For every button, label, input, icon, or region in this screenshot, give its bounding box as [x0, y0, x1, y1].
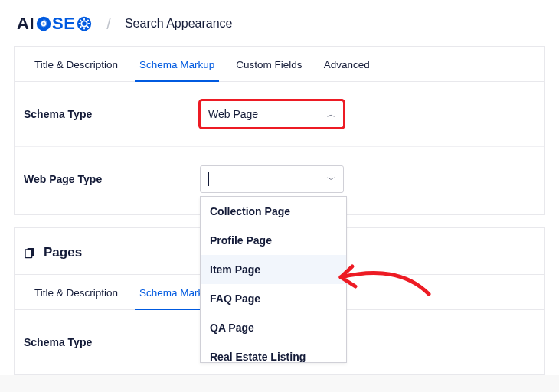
select-value: Web Page — [208, 108, 258, 120]
tabs-top: Title & Description Schema Markup Custom… — [15, 47, 544, 82]
tab-custom-fields[interactable]: Custom Fields — [225, 47, 312, 81]
svg-rect-11 — [25, 250, 32, 258]
option-real-estate-listing[interactable]: Real Estate Listing — [201, 342, 346, 362]
gear-icon — [35, 15, 52, 32]
svg-rect-2 — [83, 18, 85, 21]
tab-title-description-2[interactable]: Title & Description — [24, 275, 129, 309]
chevron-up-icon: ︿ — [327, 109, 335, 120]
option-qa-page[interactable]: QA Page — [201, 313, 346, 342]
svg-rect-3 — [83, 28, 85, 30]
label-schema-type-2: Schema Type — [24, 336, 200, 348]
select-web-page-type[interactable]: ﹀ — [200, 165, 344, 193]
section-title: Pages — [44, 245, 82, 260]
page-header: AI SE / Search Appearance — [0, 0, 559, 46]
select-schema-type[interactable]: Web Page ︿ — [200, 100, 344, 128]
tab-title-description[interactable]: Title & Description — [24, 47, 129, 81]
option-faq-page[interactable]: FAQ Page — [201, 284, 346, 313]
tab-schema-markup[interactable]: Schema Markup — [129, 47, 225, 81]
option-item-page[interactable]: Item Page — [201, 255, 346, 284]
dropdown-web-page-type: Collection Page Profile Page Item Page F… — [200, 196, 347, 363]
row-schema-type: Schema Type Web Page ︿ — [15, 82, 544, 147]
page-title: Search Appearance — [125, 17, 233, 31]
text-cursor — [208, 172, 209, 186]
svg-rect-4 — [79, 23, 81, 24]
svg-rect-5 — [88, 23, 90, 24]
brand-logo: AI SE — [17, 14, 93, 34]
label-web-page-type: Web Page Type — [24, 173, 200, 185]
option-profile-page[interactable]: Profile Page — [201, 226, 346, 255]
panel-schema-config: Title & Description Schema Markup Custom… — [14, 46, 545, 215]
label-schema-type: Schema Type — [24, 108, 200, 120]
pages-icon — [24, 247, 36, 259]
chevron-down-icon: ﹀ — [327, 174, 335, 185]
logo-text-se: SE — [52, 14, 75, 34]
logo-text-ai: AI — [17, 14, 34, 34]
gear-icon — [76, 15, 93, 32]
option-collection-page[interactable]: Collection Page — [201, 197, 346, 226]
tab-advanced[interactable]: Advanced — [313, 47, 381, 81]
dropdown-scroll[interactable]: Collection Page Profile Page Item Page F… — [201, 197, 346, 362]
breadcrumb-separator: / — [106, 15, 111, 33]
row-web-page-type: Web Page Type ﹀ Collection Page Profile … — [15, 147, 544, 214]
